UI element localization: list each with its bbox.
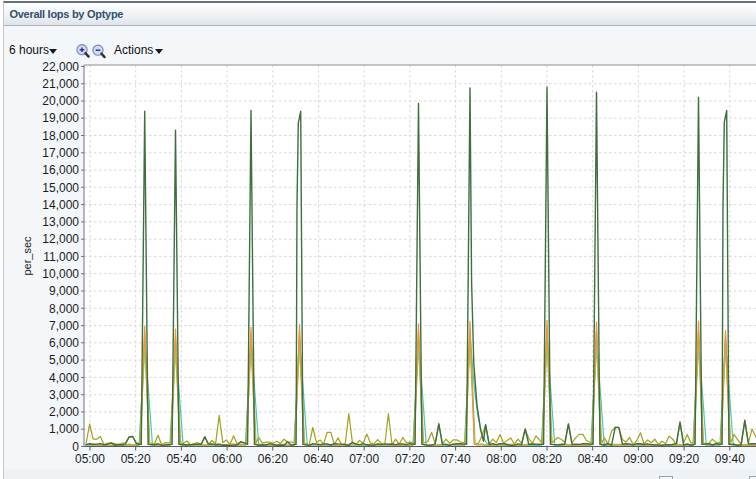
svg-text:05:40: 05:40 — [166, 452, 196, 466]
svg-text:9,000: 9,000 — [49, 284, 79, 298]
svg-text:06:20: 06:20 — [258, 452, 288, 466]
svg-text:17,000: 17,000 — [42, 146, 79, 160]
svg-text:09:00: 09:00 — [623, 452, 653, 466]
svg-text:per_sec: per_sec — [21, 236, 33, 276]
svg-text:6,000: 6,000 — [49, 336, 79, 350]
svg-text:14,000: 14,000 — [42, 198, 79, 212]
svg-text:12,000: 12,000 — [42, 232, 79, 246]
svg-text:3,000: 3,000 — [49, 388, 79, 402]
svg-text:5,000: 5,000 — [49, 353, 79, 367]
svg-text:22,000: 22,000 — [42, 60, 79, 74]
svg-text:8,000: 8,000 — [49, 302, 79, 316]
svg-text:06:00: 06:00 — [212, 452, 242, 466]
svg-text:15,000: 15,000 — [42, 181, 79, 195]
svg-text:18,000: 18,000 — [42, 129, 79, 143]
svg-text:08:20: 08:20 — [532, 452, 562, 466]
svg-text:7,000: 7,000 — [49, 319, 79, 333]
svg-text:08:40: 08:40 — [578, 452, 608, 466]
svg-text:09:40: 09:40 — [715, 452, 745, 466]
svg-text:20,000: 20,000 — [42, 94, 79, 108]
svg-text:05:00: 05:00 — [75, 452, 105, 466]
svg-text:16,000: 16,000 — [42, 163, 79, 177]
svg-text:09:20: 09:20 — [669, 452, 699, 466]
svg-text:07:40: 07:40 — [441, 452, 471, 466]
svg-text:2,000: 2,000 — [49, 405, 79, 419]
svg-text:19,000: 19,000 — [42, 111, 79, 125]
svg-text:4,000: 4,000 — [49, 371, 79, 385]
svg-text:05:20: 05:20 — [121, 452, 151, 466]
svg-text:13,000: 13,000 — [42, 215, 79, 229]
svg-text:07:00: 07:00 — [349, 452, 379, 466]
svg-text:11,000: 11,000 — [43, 250, 79, 264]
svg-text:08:00: 08:00 — [486, 452, 516, 466]
svg-text:10,000: 10,000 — [42, 267, 79, 281]
svg-text:21,000: 21,000 — [42, 77, 79, 91]
svg-text:1,000: 1,000 — [49, 422, 79, 436]
svg-text:07:20: 07:20 — [395, 452, 425, 466]
svg-text:06:40: 06:40 — [303, 452, 333, 466]
